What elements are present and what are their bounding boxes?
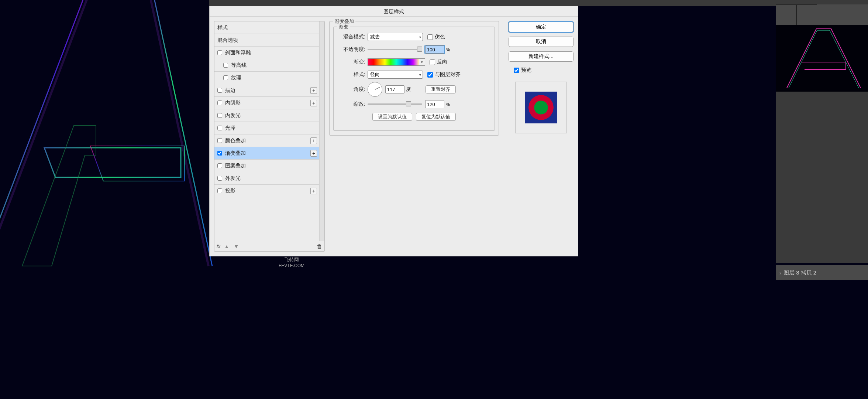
preview-swatch (515, 82, 567, 133)
watermark: 飞特网 FEVTE.COM (277, 256, 306, 268)
dither-checkbox[interactable] (427, 34, 433, 40)
style-checkbox[interactable] (217, 163, 222, 168)
cancel-button[interactable]: 取消 (509, 37, 574, 47)
layer-name: 图层 3 拷贝 2 (783, 269, 816, 276)
styles-column: 样式 混合选项 斜面和浮雕 等高线 (214, 21, 325, 252)
style-label: 纹理 (231, 75, 241, 81)
style-inner-shadow[interactable]: 内阴影 + (214, 97, 319, 109)
style-label: 颜色叠加 (225, 137, 246, 144)
subsection-title: 渐变 (337, 24, 350, 30)
move-down-icon[interactable]: ▼ (234, 243, 240, 249)
ok-button[interactable]: 确定 (509, 22, 574, 32)
style-label: 内阴影 (225, 100, 241, 106)
move-up-icon[interactable]: ▲ (224, 243, 230, 249)
fx-menu[interactable]: fx (217, 243, 220, 249)
dialog-actions: 确定 取消 新建样式... 预览 (509, 21, 574, 252)
preview-swatch-image (525, 92, 557, 123)
style-checkbox[interactable] (217, 151, 222, 156)
scale-input[interactable] (425, 100, 444, 108)
blend-mode-value: 减去 (370, 34, 380, 40)
style-checkbox[interactable] (217, 126, 222, 130)
layer-row[interactable]: › 图层 3 拷贝 2 (776, 265, 868, 280)
make-default-button[interactable]: 设置为默认值 (372, 113, 412, 121)
style-checkbox[interactable] (217, 176, 222, 181)
style-label: 内发光 (225, 112, 241, 119)
style-texture[interactable]: 纹理 (214, 72, 319, 84)
styles-header-label: 样式 (217, 24, 228, 31)
style-label: 斜面和浮雕 (225, 50, 251, 56)
dither-label: 仿色 (435, 34, 445, 40)
watermark-line1: 飞特网 (277, 256, 306, 263)
side-panel: › 图层 3 拷贝 2 (776, 4, 868, 263)
opacity-input[interactable] (425, 45, 444, 54)
style-label: 外发光 (225, 175, 241, 182)
percent-unit: % (446, 102, 450, 107)
watermark-line2: FEVTE.COM (277, 263, 306, 268)
new-style-button[interactable]: 新建样式... (509, 51, 574, 62)
style-satin[interactable]: 光泽 (214, 122, 319, 134)
style-checkbox[interactable] (217, 88, 222, 93)
blend-options-row[interactable]: 混合选项 (214, 34, 319, 47)
reverse-checkbox[interactable] (430, 59, 435, 65)
style-checkbox[interactable] (223, 63, 228, 68)
style-inner-glow[interactable]: 内发光 (214, 109, 319, 122)
angle-dial[interactable] (368, 82, 382, 97)
blend-mode-select[interactable]: 减去 ▾ (368, 33, 423, 41)
style-label: 等高线 (231, 62, 247, 69)
style-stroke[interactable]: 描边 + (214, 84, 319, 97)
style-bevel-emboss[interactable]: 斜面和浮雕 (214, 47, 319, 59)
chevron-down-icon: ▾ (419, 73, 421, 77)
angle-label: 角度: (337, 86, 365, 93)
gradient-style-select[interactable]: 径向 ▾ (368, 71, 423, 79)
style-pattern-overlay[interactable]: 图案叠加 (214, 160, 319, 172)
style-contour[interactable]: 等高线 (214, 59, 319, 72)
tool-slot[interactable] (776, 4, 796, 25)
opacity-label: 不透明度: (337, 46, 365, 53)
add-effect-icon[interactable]: + (310, 150, 317, 157)
style-label: 样式: (337, 71, 365, 78)
styles-header-row[interactable]: 样式 (214, 21, 319, 34)
percent-unit: % (446, 47, 450, 52)
align-checkbox[interactable] (427, 72, 433, 78)
blend-mode-label: 混合模式: (337, 34, 365, 40)
style-outer-glow[interactable]: 外发光 (214, 172, 319, 185)
style-checkbox[interactable] (217, 50, 222, 55)
trash-icon[interactable]: 🗑 (317, 243, 322, 249)
style-label: 光泽 (225, 125, 235, 132)
styles-scrollbar[interactable] (319, 21, 324, 241)
add-effect-icon[interactable]: + (310, 188, 317, 194)
style-label: 渐变叠加 (225, 150, 246, 157)
style-label: 图案叠加 (225, 163, 246, 169)
align-label: 与图层对齐 (435, 71, 461, 78)
style-drop-shadow[interactable]: 投影 + (214, 185, 319, 197)
degree-unit: 度 (406, 86, 411, 93)
style-gradient-overlay[interactable]: 渐变叠加 + (214, 147, 319, 160)
chevron-down-icon: ▾ (419, 35, 421, 39)
style-checkbox[interactable] (217, 138, 222, 143)
tool-slot[interactable] (796, 4, 817, 25)
reverse-label: 反向 (437, 59, 447, 65)
scale-slider[interactable] (368, 103, 422, 105)
gradient-dropdown-icon[interactable]: ▾ (419, 58, 425, 66)
style-checkbox[interactable] (217, 113, 222, 118)
style-color-overlay[interactable]: 颜色叠加 + (214, 134, 319, 147)
gradient-preview[interactable] (368, 58, 419, 66)
reset-default-button[interactable]: 复位为默认值 (416, 113, 456, 121)
layer-thumbnail (776, 25, 868, 92)
opacity-slider[interactable] (368, 49, 422, 50)
preview-label: 预览 (521, 67, 531, 74)
add-effect-icon[interactable]: + (310, 100, 317, 106)
style-checkbox[interactable] (223, 75, 228, 80)
gradient-label: 渐变: (337, 59, 365, 65)
reset-alignment-button[interactable]: 重置对齐 (426, 85, 456, 93)
gradient-overlay-section: 渐变叠加 渐变 混合模式: 减去 ▾ 仿色 (329, 21, 499, 136)
style-checkbox[interactable] (217, 188, 222, 193)
angle-input[interactable] (385, 85, 404, 93)
preview-checkbox[interactable] (514, 68, 519, 73)
style-label: 投影 (225, 188, 235, 194)
scale-label: 缩放: (337, 101, 365, 108)
dialog-title: 图层样式 (210, 6, 578, 17)
add-effect-icon[interactable]: + (310, 87, 317, 94)
add-effect-icon[interactable]: + (310, 137, 317, 144)
style-checkbox[interactable] (217, 100, 222, 105)
